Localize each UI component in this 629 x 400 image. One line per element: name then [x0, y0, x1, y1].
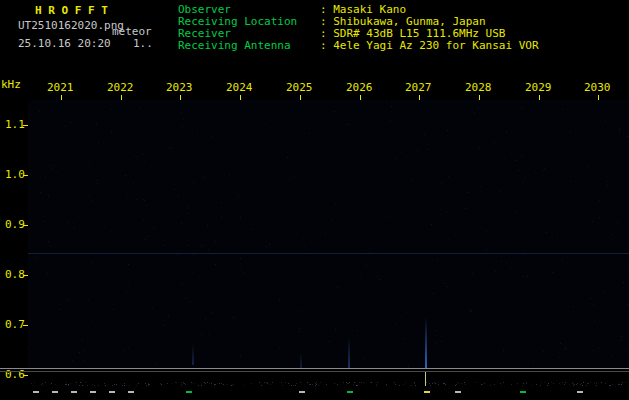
- bottom-mark: [424, 391, 430, 393]
- bottom-mark: [455, 391, 461, 393]
- bottom-mark: [52, 391, 58, 393]
- bottom-mark: [347, 391, 353, 393]
- bottom-mark: [520, 391, 526, 393]
- bottom-mark: [128, 391, 134, 393]
- bottom-mark: [71, 391, 77, 393]
- bottom-mark: [299, 391, 305, 393]
- bottom-mark: [109, 391, 115, 393]
- bottom-mark: [186, 391, 192, 393]
- hrofft-output: H R O F F T UT2510162020.png meteor 25.1…: [0, 0, 629, 400]
- bottom-mark: [577, 391, 583, 393]
- bottom-marker-row: [0, 0, 629, 400]
- bottom-mark: [90, 391, 96, 393]
- bottom-mark: [33, 391, 39, 393]
